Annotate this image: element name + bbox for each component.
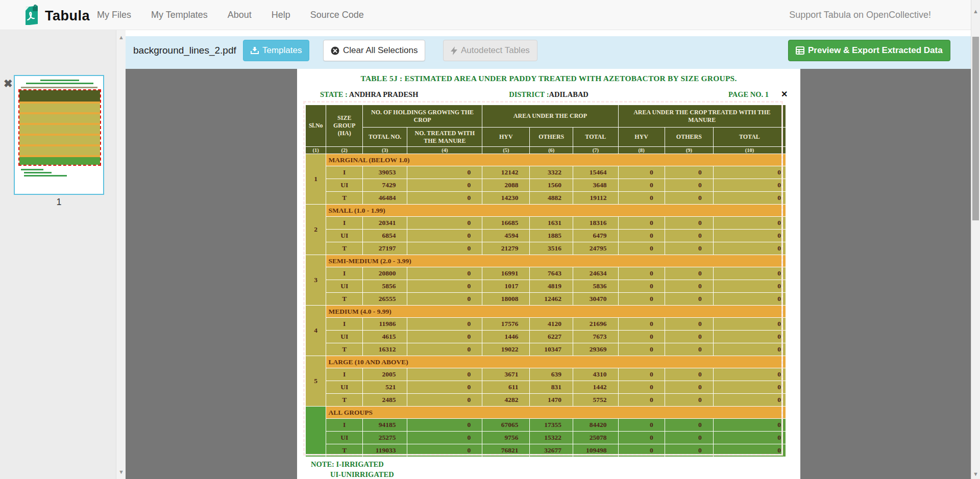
nav-link-source-code[interactable]: Source Code — [310, 10, 364, 20]
clear-all-selections-button[interactable]: Clear All Selections — [323, 40, 425, 61]
thumbnail-meta-line — [21, 87, 97, 88]
pdf-table-title: TABLE 5J : ESTIMATED AREA UNDER PADDY TR… — [297, 74, 800, 83]
support-link[interactable]: Support Tabula on OpenCollective! — [789, 0, 931, 30]
autodetect-tables-button[interactable]: Autodetect Tables — [443, 40, 537, 61]
scroll-down-icon[interactable]: ▼ — [971, 471, 980, 477]
page-number-label: 1 — [14, 197, 104, 208]
page-thumbnail[interactable] — [14, 75, 104, 195]
export-button-label: Preview & Export Extracted Data — [808, 45, 943, 56]
window-scrollbar[interactable]: ▲ ▼ — [971, 0, 980, 479]
selection-close-icon[interactable]: ✕ — [781, 89, 788, 99]
district-value: ADILABAD — [549, 90, 588, 98]
document-viewer: TABLE 5J : ESTIMATED AREA UNDER PADDY TR… — [126, 69, 971, 479]
thumbnail-note-line — [21, 169, 43, 170]
scroll-up-icon[interactable]: ▲ — [971, 8, 980, 14]
nav-link-help[interactable]: Help — [272, 10, 290, 20]
scroll-up-icon[interactable]: ▲ — [116, 33, 126, 41]
table-selection-overlay[interactable] — [303, 101, 783, 456]
clear-button-label: Clear All Selections — [343, 45, 418, 56]
templates-button-label: Templates — [262, 45, 302, 56]
page-thumbnails-sidebar: ✖ 1 ▲ ▼ — [0, 30, 126, 479]
lightning-icon — [451, 46, 457, 55]
remove-circle-icon — [331, 46, 339, 55]
thumbnail-title-line — [40, 80, 79, 81]
nav-link-my-templates[interactable]: My Templates — [151, 10, 208, 20]
thumbnail-subtitle-line — [26, 83, 93, 84]
autodetect-button-label: Autodetect Tables — [461, 45, 530, 56]
pdf-page[interactable]: TABLE 5J : ESTIMATED AREA UNDER PADDY TR… — [297, 69, 800, 479]
note-line-2: UI-UNIRRIGATED — [330, 470, 394, 479]
preview-export-button[interactable]: Preview & Export Extracted Data — [788, 40, 950, 61]
thumbnail-table-body — [19, 102, 100, 155]
remove-page-icon[interactable]: ✖ — [4, 79, 13, 89]
scroll-down-icon[interactable]: ▼ — [116, 468, 126, 476]
scrollbar-thumb[interactable] — [972, 37, 979, 220]
thumbnail-note-line — [24, 175, 67, 177]
district-label: DISTRICT : — [509, 90, 549, 98]
thumbnail-table-allgroups — [19, 155, 100, 165]
filename-label: background_lines_2.pdf — [133, 36, 236, 65]
nav-links: My FilesMy TemplatesAboutHelpSource Code — [97, 0, 364, 30]
save-template-icon — [251, 46, 259, 55]
spreadsheet-icon — [796, 46, 804, 55]
pdf-note: NOTE: I-IRRIGATED UI-UNIRRIGATED — [311, 460, 394, 479]
templates-button[interactable]: Templates — [243, 40, 309, 61]
note-line-1: NOTE: I-IRRIGATED — [311, 460, 394, 470]
page-no-label: PAGE NO. 1 — [728, 90, 769, 99]
toolbar: background_lines_2.pdf Templates Clear A… — [126, 36, 971, 69]
toolbar-gap — [126, 30, 971, 36]
thumbnail-table-header — [19, 90, 100, 102]
district-field: DISTRICT :ADILABAD — [297, 90, 800, 99]
nav-link-about[interactable]: About — [228, 10, 252, 20]
top-navbar: Tabula My FilesMy TemplatesAboutHelpSour… — [0, 0, 980, 30]
tabula-logo-icon — [22, 5, 40, 27]
sidebar-scrollbar[interactable]: ▲ ▼ — [116, 30, 126, 479]
brand-title: Tabula — [45, 8, 90, 24]
pdf-meta-row: STATE : ANDHRA PRADESH DISTRICT :ADILABA… — [297, 90, 800, 100]
brand[interactable]: Tabula — [22, 5, 90, 27]
thumbnail-note-line — [24, 172, 52, 173]
thumbnail-table — [19, 90, 100, 165]
nav-link-my-files[interactable]: My Files — [97, 10, 131, 20]
